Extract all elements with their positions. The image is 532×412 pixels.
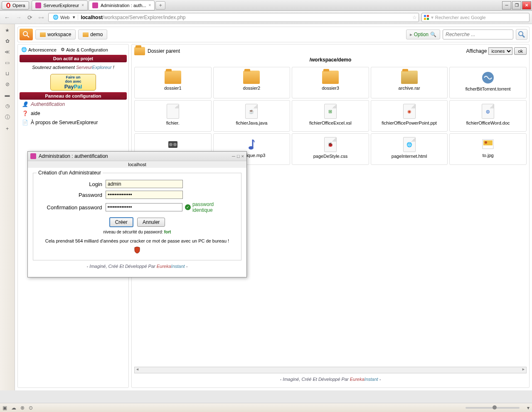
note-icon[interactable]: ▭: [5, 60, 10, 66]
app-logo-icon[interactable]: [20, 29, 33, 40]
svg-rect-3: [427, 15, 429, 17]
opera-label: Opera: [12, 3, 25, 8]
svg-point-8: [519, 32, 523, 36]
file-item[interactable]: dossier1: [134, 67, 212, 98]
link-icon[interactable]: ⊘: [5, 81, 10, 87]
file-item[interactable]: dossier3: [292, 67, 369, 98]
breadcrumb-workspace[interactable]: workspace: [35, 29, 76, 39]
turbo-icon[interactable]: ⊙: [29, 405, 33, 411]
excel-icon: ⊞: [324, 104, 337, 119]
music-icon: [244, 137, 259, 151]
panel-donation-header[interactable]: Don actif au projet: [20, 55, 127, 62]
share-icon[interactable]: ≪: [5, 49, 10, 55]
browser-search-box[interactable]: ▾ Rechercher avec Google: [421, 13, 530, 22]
toolbar: workspace demo ▸Option🔍: [17, 27, 530, 42]
zoom-slider[interactable]: [466, 407, 520, 409]
confirm-password-input[interactable]: [106, 203, 182, 211]
new-tab-button[interactable]: +: [155, 1, 165, 10]
sidebar-tab-help[interactable]: ⚙Aide & Configuration: [59, 46, 110, 53]
file-item[interactable]: ⊞fichierOfficeExcel.xsl: [292, 100, 369, 132]
search-input[interactable]: [443, 29, 513, 39]
gears-icon: ⚙: [61, 47, 65, 52]
file-item[interactable]: 🌐pageInternet.html: [371, 133, 448, 165]
svg-point-17: [485, 141, 487, 144]
panel-icon[interactable]: ▬: [5, 92, 10, 98]
file-grid: dossier1 dossier2 dossier3 archive.rar f…: [134, 67, 527, 165]
opera-menu-button[interactable]: Opera: [2, 1, 29, 10]
create-button[interactable]: Créer: [109, 217, 133, 227]
cancel-button[interactable]: Annuler: [137, 218, 165, 227]
file-item[interactable]: ◍fichierOfficeWord.doc: [449, 100, 527, 132]
ok-button[interactable]: ok: [514, 47, 527, 55]
panel-toggle-icon[interactable]: ▣: [2, 405, 7, 411]
close-window-button[interactable]: ✕: [522, 1, 531, 10]
parent-folder-icon: [134, 47, 145, 55]
bookmark-star-icon[interactable]: ☆: [412, 15, 417, 20]
sidebar-item-help[interactable]: ❓aide: [20, 109, 127, 118]
dialog-minimize-button[interactable]: ─: [232, 154, 235, 159]
file-item[interactable]: ◉fichierOfficePowerPoint.ppt: [371, 100, 448, 132]
file-item[interactable]: fichier.: [134, 100, 212, 132]
sidebar-tab-tree[interactable]: 🌐Arborescence: [20, 46, 58, 53]
web-label: 🌐Web▾: [50, 15, 78, 20]
login-input[interactable]: [106, 180, 183, 188]
css-icon: 🐞: [324, 137, 337, 152]
clock-icon[interactable]: ◷: [5, 103, 10, 109]
reload-button[interactable]: ⟳: [26, 13, 34, 22]
file-icon: [167, 104, 179, 119]
google-icon: [424, 15, 429, 20]
doc-icon: 📄: [22, 120, 28, 125]
breadcrumb-demo[interactable]: demo: [78, 29, 107, 39]
affichage-label: Affichage: [466, 48, 487, 54]
maximize-button[interactable]: ❐: [512, 1, 521, 10]
file-item[interactable]: archive.rar: [371, 67, 448, 98]
shield-icon: [134, 247, 140, 253]
svg-line-9: [522, 35, 525, 37]
option-button[interactable]: ▸Option🔍: [406, 29, 440, 39]
tab-close-button[interactable]: ×: [148, 3, 151, 7]
dialog-maximize-button[interactable]: □: [237, 154, 240, 159]
sync-icon[interactable]: ☁: [11, 405, 16, 411]
affichage-select[interactable]: icones: [488, 47, 512, 55]
url-text[interactable]: localhost/workspace/ServerExplorer/index…: [78, 15, 412, 20]
info-icon[interactable]: ⓘ: [5, 114, 10, 121]
svg-point-13: [173, 143, 177, 146]
dialog-close-button[interactable]: ×: [241, 154, 244, 159]
paypal-logo-icon: PayPal: [64, 83, 82, 90]
browser-tab-active[interactable]: Administration : auth... ×: [89, 0, 155, 10]
current-path: /workspace/demo: [310, 57, 352, 63]
sidebar-item-authentication[interactable]: 👤Authentification: [20, 100, 127, 109]
star-icon[interactable]: ★: [5, 27, 10, 33]
gear-icon[interactable]: ✿: [5, 38, 10, 44]
key-icon[interactable]: ⊶: [37, 13, 46, 22]
forward-button[interactable]: →: [14, 13, 23, 22]
browser-tab[interactable]: ServeurExploreur ×: [32, 0, 88, 10]
file-item[interactable]: ficherBitTorrent.torrent: [449, 67, 527, 98]
password-input[interactable]: [106, 191, 183, 199]
address-bar[interactable]: 🌐Web▾ localhost/workspace/ServerExplorer…: [48, 13, 419, 22]
add-panel-icon[interactable]: +: [6, 126, 9, 132]
back-button[interactable]: ←: [2, 13, 12, 22]
search-button[interactable]: [516, 29, 527, 40]
horizontal-scrollbar[interactable]: [134, 367, 527, 373]
file-item[interactable]: ☕fichierJava.java: [213, 100, 291, 132]
file-item[interactable]: dossier2: [213, 67, 291, 98]
panel-config-header[interactable]: Panneau de configuration: [20, 92, 127, 100]
opera-icon: [5, 2, 11, 8]
minimize-button[interactable]: ─: [502, 1, 511, 10]
link-icon[interactable]: ⊗: [20, 405, 25, 411]
footer-credits: - Imaginé, Créé Et Développé Par EurekaI…: [134, 373, 527, 385]
widget-icon[interactable]: ⊔: [5, 71, 9, 76]
file-item[interactable]: 🐞pageDeStyle.css: [292, 133, 369, 165]
parent-folder-link[interactable]: Dossier parent: [148, 48, 180, 54]
file-item[interactable]: to.jpg: [449, 133, 527, 165]
paypal-donate-button[interactable]: Faire un don avec PayPal: [50, 74, 96, 91]
status-bar: ▣ ☁ ⊗ ⊙ ▾: [0, 403, 532, 412]
dialog-titlebar[interactable]: Administration : authentification ─ □ ×: [28, 152, 246, 161]
tab-close-button[interactable]: ×: [81, 3, 84, 7]
sidebar-item-about[interactable]: 📄À propos de ServeurExploreur: [20, 118, 127, 127]
help-icon: ❓: [22, 110, 28, 116]
zoom-dropdown-icon[interactable]: ▾: [527, 405, 530, 411]
search-placeholder: Rechercher avec Google: [435, 15, 486, 20]
password-match-indicator: ✓password identique: [185, 201, 235, 213]
